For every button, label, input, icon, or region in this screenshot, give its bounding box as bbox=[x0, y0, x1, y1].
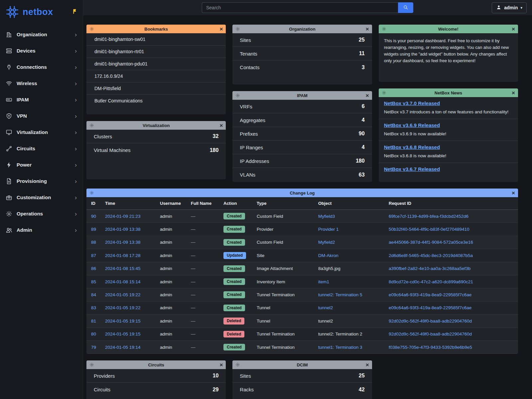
bookmark-item[interactable]: 172.16.0.9/24 bbox=[86, 70, 226, 82]
gear-icon[interactable] bbox=[89, 362, 94, 367]
changelog-object-link[interactable]: tunnel2 bbox=[318, 305, 333, 310]
gear-icon[interactable] bbox=[235, 27, 240, 31]
changelog-request-id-link[interactable]: 92d02d9c-562f-49f0-baa8-adb22904760d bbox=[389, 332, 472, 336]
stat-row[interactable]: Contacts 3 bbox=[232, 61, 372, 74]
changelog-object-link[interactable]: 8a3gh5.jpg bbox=[318, 266, 340, 271]
stat-row[interactable]: Virtual Machines 180 bbox=[86, 143, 226, 157]
stat-label[interactable]: Prefixes bbox=[240, 131, 258, 137]
stat-row[interactable]: Aggregates 4 bbox=[232, 113, 372, 127]
changelog-object-link[interactable]: Myfield2 bbox=[318, 240, 335, 245]
changelog-id-link[interactable]: 83 bbox=[91, 305, 96, 310]
changelog-object-link[interactable]: tunnel1: Termination 3 bbox=[318, 345, 362, 350]
stat-label[interactable]: Circuits bbox=[94, 387, 110, 392]
stat-label[interactable]: Aggregates bbox=[240, 117, 265, 123]
close-icon[interactable]: × bbox=[366, 26, 369, 32]
changelog-request-id-link[interactable]: 2d6d6e8f-5465-45dc-8ec3-2019d4087b5a bbox=[389, 253, 473, 258]
news-link[interactable]: NetBox v3.6.8 Released bbox=[384, 144, 440, 150]
changelog-object-link[interactable]: tunnel2: Termination 2 bbox=[318, 332, 362, 336]
stat-row[interactable]: Prefixes 90 bbox=[232, 127, 372, 141]
sidebar-item[interactable]: Power › bbox=[0, 157, 83, 173]
changelog-time-link[interactable]: 2024-01-09 21:23 bbox=[105, 214, 141, 219]
changelog-time-link[interactable]: 2024-01-05 19:22 bbox=[105, 305, 141, 310]
gear-icon[interactable] bbox=[89, 123, 94, 128]
close-icon[interactable]: × bbox=[219, 362, 223, 368]
sidebar-item[interactable]: Admin › bbox=[0, 222, 83, 238]
sidebar-item[interactable]: Circuits › bbox=[0, 140, 83, 157]
sidebar-item[interactable]: Organization › bbox=[0, 26, 83, 43]
stat-label[interactable]: VLANs bbox=[240, 172, 255, 178]
changelog-id-link[interactable]: 88 bbox=[91, 240, 96, 245]
stat-label[interactable]: Racks bbox=[240, 387, 254, 392]
changelog-time-link[interactable]: 2024-01-09 13:38 bbox=[105, 227, 141, 232]
changelog-request-id-link[interactable]: 50b32f40-5464-4f9c-b83f-0ef270489410 bbox=[389, 227, 469, 232]
changelog-object-link[interactable]: DM-Akron bbox=[318, 253, 338, 258]
gear-icon[interactable] bbox=[382, 27, 386, 31]
changelog-object-link[interactable]: Myfield3 bbox=[318, 214, 335, 219]
stat-label[interactable]: IP Ranges bbox=[240, 145, 263, 150]
changelog-object-link[interactable]: tunnel2: Termination 5 bbox=[318, 292, 362, 297]
sidebar-item[interactable]: Customization › bbox=[0, 189, 83, 205]
changelog-request-id-link[interactable]: 69fce7cf-1139-4d99-bfea-f3dcbd2452d6 bbox=[389, 214, 468, 219]
changelog-request-id-link[interactable]: 92d02d9c-562f-49f0-baa8-adb22904760d bbox=[389, 319, 472, 324]
sidebar-item[interactable]: Virtualization › bbox=[0, 124, 83, 140]
changelog-request-id-link[interactable]: ae445066-387d-44f1-9084-572a05ce3e16 bbox=[389, 240, 473, 245]
changelog-id-link[interactable]: 87 bbox=[91, 253, 96, 258]
bookmark-item[interactable]: dmi01-binghamton-rtr01 bbox=[86, 46, 226, 58]
stat-label[interactable]: Sites bbox=[240, 373, 251, 379]
close-icon[interactable]: × bbox=[512, 90, 515, 96]
news-link[interactable]: NetBox v3.6.7 Released bbox=[384, 166, 440, 172]
changelog-request-id-link[interactable]: e09c64a6-93f3-419a-8ea9-229585f7c6ae bbox=[389, 292, 471, 297]
changelog-time-link[interactable]: 2024-01-09 13:38 bbox=[105, 240, 141, 245]
search-button[interactable] bbox=[398, 2, 413, 13]
bookmark-item[interactable]: dmi01-binghamton-sw01 bbox=[86, 33, 226, 46]
stat-label[interactable]: Tenants bbox=[240, 51, 257, 57]
stat-label[interactable]: Clusters bbox=[94, 134, 112, 139]
sidebar-item[interactable]: VPN › bbox=[0, 108, 83, 124]
stat-label[interactable]: Sites bbox=[240, 37, 251, 43]
search-input[interactable] bbox=[202, 2, 398, 13]
changelog-id-link[interactable]: 79 bbox=[91, 345, 96, 350]
stat-row[interactable]: Sites 25 bbox=[232, 33, 372, 47]
sidebar-item[interactable]: Wireless › bbox=[0, 75, 83, 91]
stat-row[interactable]: VLANs 63 bbox=[232, 168, 372, 182]
stat-label[interactable]: Providers bbox=[94, 373, 115, 379]
stat-row[interactable]: Racks 42 bbox=[232, 383, 372, 396]
changelog-id-link[interactable]: 90 bbox=[91, 214, 96, 219]
changelog-object-link[interactable]: tunnel2 bbox=[318, 319, 333, 324]
changelog-id-link[interactable]: 81 bbox=[91, 319, 96, 324]
stat-row[interactable]: Tenants 11 bbox=[232, 47, 372, 61]
gear-icon[interactable] bbox=[89, 27, 94, 31]
gear-icon[interactable] bbox=[89, 191, 94, 195]
close-icon[interactable]: × bbox=[219, 26, 223, 32]
changelog-time-link[interactable]: 2024-01-05 19:15 bbox=[105, 332, 141, 336]
sidebar-item[interactable]: Provisioning › bbox=[0, 173, 83, 189]
stat-label[interactable]: VRFs bbox=[240, 104, 252, 109]
changelog-time-link[interactable]: 2024-01-05 19:14 bbox=[105, 345, 141, 350]
stat-label[interactable]: Contacts bbox=[240, 65, 259, 70]
changelog-request-id-link[interactable]: 8d9cd72e-cd0c-47c2-a620-dc899a690c21 bbox=[389, 279, 473, 284]
stat-row[interactable]: Clusters 32 bbox=[86, 130, 226, 143]
close-icon[interactable]: × bbox=[512, 190, 515, 196]
changelog-id-link[interactable]: 80 bbox=[91, 332, 96, 336]
changelog-id-link[interactable]: 85 bbox=[91, 279, 96, 284]
news-link[interactable]: NetBox v3.6.9 Released bbox=[384, 122, 440, 128]
sidebar-item[interactable]: Connections › bbox=[0, 59, 83, 75]
changelog-request-id-link[interactable]: a390fbef-2a82-4e10-aa0a-3c268aa5ef3b bbox=[389, 266, 470, 271]
sidebar-item[interactable]: IPAM › bbox=[0, 91, 83, 108]
changelog-time-link[interactable]: 2024-01-08 15:14 bbox=[105, 279, 141, 284]
changelog-object-link[interactable]: item1 bbox=[318, 279, 329, 284]
stat-row[interactable]: Sites 25 bbox=[232, 369, 372, 383]
bookmark-item[interactable]: DM-Pittsfield bbox=[86, 82, 226, 95]
sidebar-pin-icon[interactable] bbox=[72, 9, 77, 14]
stat-label[interactable]: Virtual Machines bbox=[94, 147, 131, 153]
gear-icon[interactable] bbox=[235, 93, 240, 98]
stat-row[interactable]: VRFs 6 bbox=[232, 100, 372, 113]
changelog-time-link[interactable]: 2024-01-05 19:15 bbox=[105, 319, 141, 324]
bookmark-item[interactable]: dmi01-binghamton-pdu01 bbox=[86, 58, 226, 70]
changelog-object-link[interactable]: Provider 1 bbox=[318, 227, 339, 232]
changelog-request-id-link[interactable]: f038e755-705e-47f3-9433-5392b9e6b9e5 bbox=[389, 345, 472, 350]
stat-row[interactable]: Providers 10 bbox=[86, 369, 226, 383]
close-icon[interactable]: × bbox=[219, 123, 223, 128]
changelog-request-id-link[interactable]: e09c64a6-93f3-419a-8ea9-229585f7c6ae bbox=[389, 305, 471, 310]
gear-icon[interactable] bbox=[382, 90, 386, 95]
